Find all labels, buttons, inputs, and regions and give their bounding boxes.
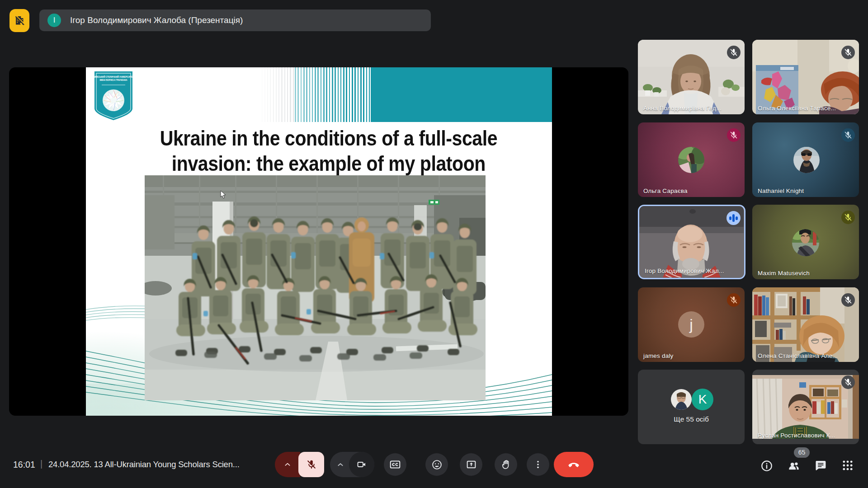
svg-text:КИЇВСЬКИЙ СТОЛИЧНИЙ УНІВЕРСИТЕ: КИЇВСЬКИЙ СТОЛИЧНИЙ УНІВЕРСИТЕТ — [94, 75, 133, 78]
svg-text:K: K — [698, 392, 707, 406]
svg-text:ІМЕНІ БОРИСА ГРІНЧЕНКА: ІМЕНІ БОРИСА ГРІНЧЕНКА — [99, 79, 127, 81]
